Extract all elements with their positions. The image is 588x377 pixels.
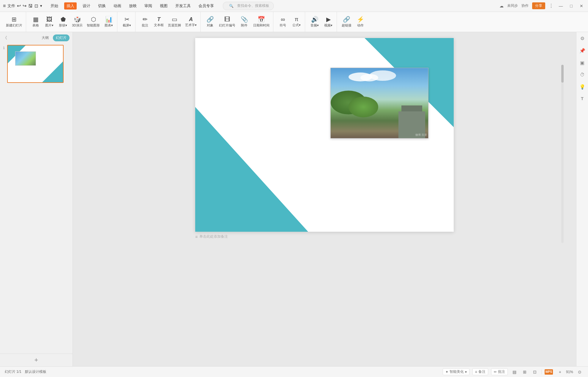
menu-search[interactable]: 🔍查找命令、搜索模板: [223, 2, 274, 10]
image-btn[interactable]: 🖼 图片▾: [43, 15, 56, 29]
clock-icon[interactable]: ⏱: [579, 71, 586, 79]
menu-vip[interactable]: 会员专享: [197, 2, 216, 10]
attachment-btn[interactable]: 📎 附件: [238, 15, 251, 29]
header-footer-btn[interactable]: ▭ 页眉页脚: [166, 15, 183, 29]
header-footer-icon: ▭: [172, 16, 177, 22]
copy-format-btn[interactable]: ⊡: [34, 3, 38, 9]
redo-btn[interactable]: ↪: [23, 3, 26, 9]
vertical-scrollbar[interactable]: [561, 65, 564, 243]
video-btn[interactable]: ▶ 视频▾: [322, 15, 335, 29]
undo-btn[interactable]: ↩: [17, 3, 21, 9]
formula-btn[interactable]: π 公式▾: [290, 15, 303, 29]
text-icon[interactable]: T: [580, 95, 585, 102]
toolbar-group-link: 🔗 对象 🎞 幻灯片编号 📎 附件 📅 日期和时间: [202, 12, 273, 32]
object-btn[interactable]: 🔗 对象: [204, 15, 217, 29]
minimize-btn[interactable]: —: [557, 3, 565, 9]
comment-btn-label: 批注: [498, 369, 505, 374]
more-options-btn[interactable]: ⋮: [549, 3, 554, 9]
not-synced-label[interactable]: 未同步: [507, 3, 518, 8]
collaborate-btn[interactable]: 协作: [521, 3, 529, 8]
slide-info-label: 幻灯片 1/1: [5, 369, 21, 374]
toolbar-group-insert: ▦ 表格 🖼 图片▾ ⬟ 形状▾ 🎲 3D演示 ⬡ 智能图形 📊 图表▾: [27, 12, 117, 32]
comment-btn-icon: ✏: [494, 370, 497, 374]
outline-tab[interactable]: 大纲: [39, 34, 52, 41]
file-menu[interactable]: 文件: [7, 3, 15, 9]
new-slide-icon: ⊞: [12, 16, 17, 22]
smart-shape-btn[interactable]: ⬡ 智能图形: [85, 15, 102, 29]
notes-btn[interactable]: ≡ 备注: [472, 368, 488, 375]
textbox-icon: T: [157, 17, 160, 22]
menu-view[interactable]: 视图: [158, 2, 169, 10]
sidebar-collapse-btn[interactable]: 《: [3, 35, 7, 41]
table-btn[interactable]: ▦ 表格: [29, 15, 42, 29]
formula-icon: π: [295, 17, 298, 22]
titlebar-right: ☁ 未同步 协作 分享 ⋮ — □ ✕: [499, 2, 585, 9]
sidebar-tabs: 《 大纲 幻灯片: [0, 32, 72, 42]
toolbar-group-hyperlink: 🔗 超链接 ⚡ 动作: [338, 12, 369, 32]
bulb-icon[interactable]: 💡: [578, 83, 587, 91]
zoom-add-btn[interactable]: +: [557, 369, 563, 375]
toolbar-group-new-slide: ⊞ 新建幻灯片: [2, 12, 26, 32]
art-text-icon: A: [189, 17, 193, 22]
sidebar: 《 大纲 幻灯片 1 +: [0, 32, 73, 366]
bottombar-right: ✦ 智能美化 ▾ ≡ 备注 ✏ 批注 ▤ ⊞ ⊡ WPS + 91% ⊙: [443, 368, 583, 375]
close-btn[interactable]: ✕: [578, 3, 585, 9]
slide-thumbnail[interactable]: [7, 45, 64, 83]
slides-tab[interactable]: 幻灯片: [53, 34, 70, 41]
menu-design[interactable]: 设计: [81, 2, 92, 10]
layout-icon[interactable]: ▣: [579, 59, 586, 67]
slide-number-btn[interactable]: 🎞 幻灯片编号: [217, 15, 237, 29]
datetime-btn[interactable]: 📅 日期和时间: [251, 15, 271, 29]
audio-btn[interactable]: 🔊 音频▾: [308, 15, 321, 29]
pin-icon[interactable]: 📌: [578, 47, 587, 55]
new-slide-btn[interactable]: ⊞ 新建幻灯片: [4, 15, 24, 29]
canvas-area[interactable]: 微博·百度 ≡ 单击此处添加备注: [73, 32, 576, 366]
action-btn[interactable]: ⚡ 动作: [354, 15, 367, 29]
slide-triangle-bottomleft: [195, 107, 308, 232]
3d-btn[interactable]: 🎲 3D演示: [70, 15, 84, 29]
menu-start[interactable]: 开始: [49, 2, 60, 10]
action-icon: ⚡: [357, 16, 364, 22]
wps-logo: WPS: [545, 369, 553, 375]
art-text-btn[interactable]: A 艺术字▾: [183, 15, 198, 29]
symbol-btn[interactable]: ∞ 符号: [276, 15, 289, 29]
more-tools-icon[interactable]: ▾: [40, 4, 42, 8]
hyperlink-btn[interactable]: 🔗 超链接: [340, 15, 353, 29]
view-grid-btn[interactable]: ⊞: [521, 369, 528, 375]
annotation-btn[interactable]: ✏ 批注: [138, 15, 152, 29]
share-btn[interactable]: 分享: [532, 2, 545, 9]
menu-switch[interactable]: 切换: [96, 2, 108, 10]
menu-insert[interactable]: 插入: [64, 2, 77, 10]
slide-photo[interactable]: 微博·百度: [330, 68, 428, 138]
save-btn[interactable]: 🖫: [28, 3, 33, 8]
zoom-value-label: 91%: [566, 370, 573, 374]
notes-placeholder[interactable]: 单击此处添加备注: [199, 234, 228, 239]
menu-hamburger-icon[interactable]: ≡: [3, 3, 6, 9]
slide-canvas[interactable]: 微博·百度: [195, 38, 454, 232]
textbox-btn[interactable]: T 文本框: [152, 15, 165, 29]
view-normal-btn[interactable]: ▤: [511, 369, 518, 375]
maximize-btn[interactable]: □: [568, 3, 574, 9]
image-icon: 🖼: [46, 16, 52, 22]
comment-btn[interactable]: ✏ 批注: [491, 368, 508, 375]
chart-btn[interactable]: 📊 图表▾: [102, 15, 115, 29]
scrollbar-thumb[interactable]: [561, 65, 564, 83]
zoom-fit-btn[interactable]: ⊙: [576, 369, 583, 375]
menu-present[interactable]: 放映: [127, 2, 138, 10]
object-icon: 🔗: [206, 16, 214, 22]
bottombar: 幻灯片 1/1 默认设计模板 ✦ 智能美化 ▾ ≡ 备注 ✏ 批注 ▤ ⊞ ⊡ …: [0, 366, 588, 377]
menu-review[interactable]: 审阅: [143, 2, 154, 10]
add-slide-btn[interactable]: +: [0, 354, 72, 366]
notes-icon: ≡: [195, 234, 198, 239]
screenshot-btn[interactable]: ✂ 截屏▾: [120, 15, 133, 29]
menu-animate[interactable]: 动画: [112, 2, 123, 10]
filter-icon[interactable]: ⚙: [579, 34, 586, 42]
menu-devtools[interactable]: 开发工具: [174, 2, 193, 10]
toolbar-group-symbol: ∞ 符号 π 公式▾: [275, 12, 305, 32]
hyperlink-icon: 🔗: [343, 16, 350, 22]
thumb-photo: [15, 51, 36, 66]
notes-area: ≡ 单击此处添加备注: [195, 234, 454, 239]
view-reader-btn[interactable]: ⊡: [531, 369, 538, 375]
smart-beautify-btn[interactable]: ✦ 智能美化 ▾: [443, 368, 469, 375]
shape-btn[interactable]: ⬟ 形状▾: [56, 15, 70, 29]
